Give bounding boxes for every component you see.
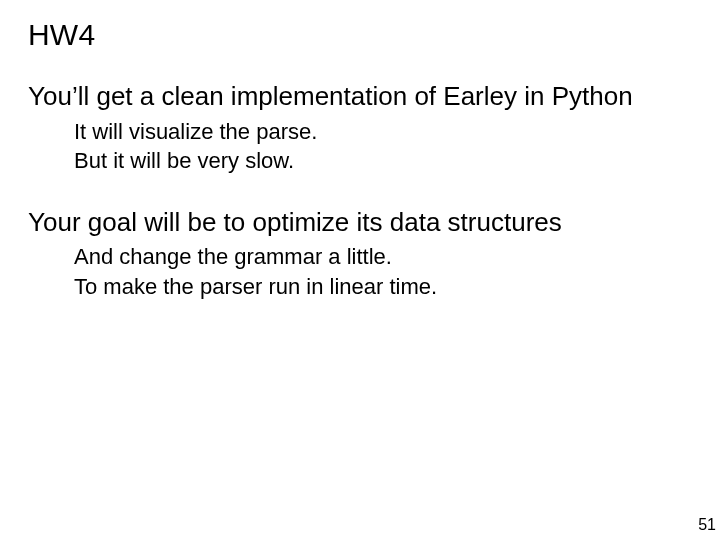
section-1-sub-2: But it will be very slow. xyxy=(74,146,692,176)
section-2-sub-1: And change the grammar a little. xyxy=(74,242,692,272)
section-2-main: Your goal will be to optimize its data s… xyxy=(28,206,692,239)
slide-title: HW4 xyxy=(28,18,692,52)
slide: HW4 You’ll get a clean implementation of… xyxy=(0,0,720,540)
page-number: 51 xyxy=(698,516,716,534)
section-2: Your goal will be to optimize its data s… xyxy=(28,206,692,302)
section-1-main: You’ll get a clean implementation of Ear… xyxy=(28,80,692,113)
section-1-sub-1: It will visualize the parse. xyxy=(74,117,692,147)
section-1: You’ll get a clean implementation of Ear… xyxy=(28,80,692,176)
section-2-sub-2: To make the parser run in linear time. xyxy=(74,272,692,302)
